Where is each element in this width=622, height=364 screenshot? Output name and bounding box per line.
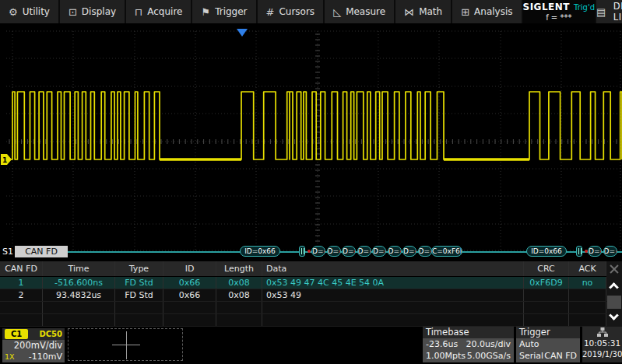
cell-crc: CRC [524,261,569,276]
decode-table-row-2[interactable]: 293.4832usFD Std0x660x080x53 49 [0,289,606,302]
trigger-label: Trigger [516,327,580,338]
cell-data [262,302,524,313]
cell-index: CAN FD [0,261,43,276]
bus-id-bubble-frame2: ID=0x66 [526,246,567,257]
cell-crc [524,314,569,326]
bus-data-bubble: D= [418,246,432,257]
timebase-scale: 20.0us/div [466,338,511,350]
decode-table: CAN FDTimeTypeIDLengthDataCRCACK1-516.60… [0,261,606,327]
oscilloscope-screen: 1 ⚙Utility⊡Display⊓Acquire⚑Trigger#Curso… [0,0,622,364]
cell-index [0,302,43,313]
clock-panel[interactable]: 10:05:31 2019/1/30 [582,327,622,362]
cell-ack: no [569,277,606,289]
cell-data [262,314,524,326]
cell-type: FD Std [115,277,163,289]
cell-index: 2 [0,289,43,301]
decode-table-header: CAN FDTimeTypeIDLengthDataCRCACK [0,261,606,277]
bus-data-bubble: D= [311,246,325,257]
bus-crc-bubble: C=0xF6D9 [431,246,462,257]
cell-length: Length [216,261,262,276]
cell-length [216,302,262,313]
can-fd-waveform [6,92,622,159]
channel1-descriptor[interactable]: C1 DC50 200mV/div 1X -110mV [2,328,65,362]
cell-type: FD Std [115,289,163,301]
cell-id: 0x66 [163,289,216,301]
bus-error-dot [585,250,588,253]
cell-time: 93.4832us [43,289,115,301]
cell-id [163,314,216,326]
cell-data: 0x53 49 47 4C 45 4E 54 0A [262,277,524,289]
timebase-delay: -23.6us [426,338,458,350]
scroll-up-button[interactable] [606,278,622,295]
cell-time [43,302,115,313]
trigger-mode: Auto [519,338,539,350]
cell-id [163,302,216,313]
cell-id: 0x66 [163,277,216,289]
clock-date: 2019/1/30 [582,349,622,360]
network-icon [582,327,622,338]
cell-length [216,314,262,326]
cell-ack [569,302,606,313]
cell-index: 1 [0,277,43,289]
scroll-down-button[interactable] [606,310,622,327]
cell-type: Type [115,261,163,276]
channel1-coupling: DC50 [39,330,62,338]
cell-ack: ACK [569,261,606,276]
cell-crc [524,289,569,301]
bus-data-bubble: D= [603,246,617,257]
timebase-label: Timebase [423,327,514,338]
bus-data-bubble: D= [357,246,371,257]
decode-table-empty-row[interactable] [0,314,606,327]
clock-time: 10:05:31 [582,338,622,349]
decode-table-controls [606,261,622,327]
trigger-type: Serial [519,350,543,362]
cell-time [43,314,115,326]
chevron-up-icon [609,282,619,292]
bus-source-label: S1 [2,247,13,257]
channel1-scale: 200mV/div [5,340,62,352]
bus-data-bubble: D= [342,246,356,257]
timebase-descriptor[interactable]: Timebase -23.6us 20.0us/div 1.00Mpts 5.0… [423,327,514,362]
trigger-position-marker[interactable] [237,29,248,37]
bus-data-bubble: D= [372,246,386,257]
channel1-probe: 1X [5,352,15,362]
add-channel-button[interactable] [68,328,183,361]
decode-table-empty-row[interactable] [0,302,606,314]
cell-ack [569,289,606,301]
cell-length: 0x08 [216,277,262,289]
bus-data-bubble: D= [402,246,416,257]
bus-frame-start-marker [576,246,582,257]
decode-bus: S1 CAN FD ID=0x66D=D=D=D=D=D=D=D=C=0xF6D… [0,245,622,259]
channel1-offset: -110mV [29,352,62,362]
cell-time: Time [43,261,115,276]
bus-data-bubble: D= [388,246,402,257]
svg-text:1: 1 [2,156,7,164]
cell-id: ID [163,261,216,276]
cell-data: Data [262,261,524,276]
cell-data: 0x53 49 [262,289,524,301]
cell-type [115,314,163,326]
status-bar: C1 DC50 200mV/div 1X -110mV Timebase -23… [0,327,622,364]
cell-type [115,302,163,313]
cell-index [0,314,43,326]
cell-crc [524,302,569,313]
timebase-points: 1.00Mpts [426,350,466,362]
decode-table-row-1[interactable]: 1-516.600nsFD Std0x660x080x53 49 47 4C 4… [0,277,606,289]
cell-ack [569,314,606,326]
cell-length: 0x08 [216,289,262,301]
bus-id-bubble-frame1: ID=0x66 [240,246,280,257]
trigger-descriptor[interactable]: Trigger Auto Serial CAN FD [516,327,580,362]
bus-data-bubble: D= [588,246,602,257]
bus-protocol-label[interactable]: CAN FD [15,246,68,257]
channel1-badge: C1 [5,329,28,339]
chevron-down-icon [609,310,619,320]
trigger-bus: CAN FD [544,350,577,362]
scrollbar-thumb[interactable] [607,296,621,309]
bus-frame-start-marker [299,246,305,257]
timebase-samplerate: 5.00GSa/s [467,350,511,362]
bus-data-bubble: D= [327,246,341,257]
bus-error-dot [307,250,311,253]
cell-time: -516.600ns [43,277,115,289]
close-icon[interactable] [606,261,622,277]
cell-crc: 0xF6D9 [524,277,569,289]
